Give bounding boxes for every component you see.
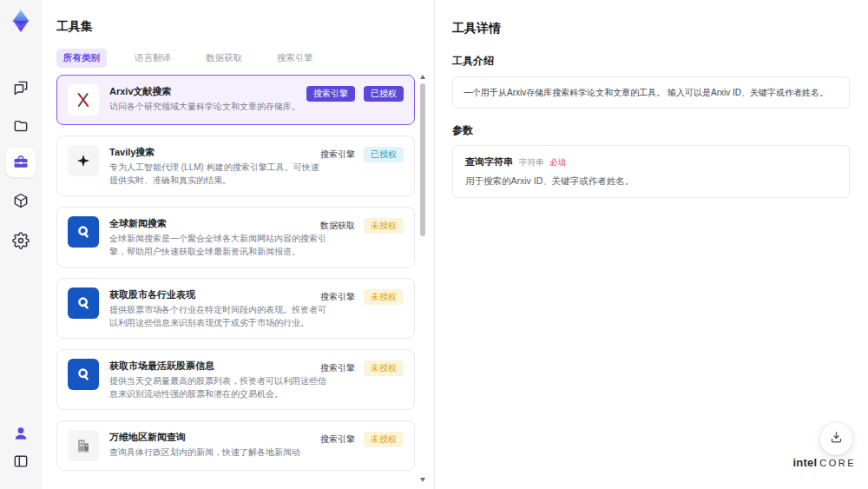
category-label: 搜索引擎: [320, 433, 355, 446]
arxiv-x-icon: [68, 84, 99, 116]
page-title: 工具集: [56, 19, 93, 35]
folder-icon: [12, 117, 30, 135]
tool-name: 获取股市各行业表现: [109, 287, 326, 301]
auth-status-badge: 已授权: [364, 147, 404, 162]
tool-card-sector-performance[interactable]: 获取股市各行业表现 提供股票市场各个行业在特定时间段内的表现。投资者可以利用这些…: [56, 278, 415, 339]
tool-description: 访问各个研究领域大量科学论文和文章的存储库。: [109, 100, 326, 113]
blue-q-icon: [68, 287, 99, 319]
parameter-type: 字符串: [519, 157, 544, 169]
auth-status-badge: 未授权: [364, 360, 404, 376]
category-badge: 搜索引擎: [306, 86, 355, 102]
nav-tools-button[interactable]: [6, 148, 36, 177]
left-nav-rail: [0, 0, 42, 489]
intel-logo-text: intel: [792, 456, 817, 469]
auth-status-badge: 已授权: [364, 86, 404, 102]
tool-badges: 搜索引擎 未授权: [320, 360, 404, 376]
tools-panel: 工具集 所有类别 语言翻译 数据获取 搜索引擎 Arxiv文献搜索 访问各个研究…: [42, 0, 434, 489]
scrollbar-thumb[interactable]: [420, 83, 425, 236]
tool-name: 获取市场最活跃股票信息: [109, 359, 326, 373]
tool-card-list: Arxiv文献搜索 访问各个研究领域大量科学论文和文章的存储库。 搜索引擎 已授…: [56, 75, 415, 489]
tool-card-arxiv[interactable]: Arxiv文献搜索 访问各个研究领域大量科学论文和文章的存储库。 搜索引擎 已授…: [56, 75, 415, 125]
tool-description: 全球新闻搜索是一个聚合全球各大新闻网站内容的搜索引擎，帮助用户快速获取全球最新资…: [109, 232, 326, 258]
tool-card-active-stocks[interactable]: 获取市场最活跃股票信息 提供当天交易量最高的股票列表，投资者可以利用这些信息来识…: [56, 349, 415, 410]
tool-description: 提供当天交易量最高的股票列表，投资者可以利用这些信息来识别流动性强的股票和潜在的…: [109, 374, 326, 400]
download-icon: [829, 430, 844, 448]
tool-description: 专为人工智能代理 (LLM) 构建的搜索引擎工具。可快速提供实时、准确和真实的结…: [109, 161, 326, 187]
blue-q-icon: [68, 359, 99, 390]
collapse-sidebar-button[interactable]: [6, 446, 36, 476]
tool-badges: 搜索引擎 已授权: [320, 147, 404, 162]
tavily-star-icon: [68, 145, 99, 176]
category-label: 搜索引擎: [320, 291, 355, 303]
building-icon: [68, 430, 99, 461]
collapse-panel-icon: [12, 453, 30, 470]
intel-core-logo: intel core: [792, 456, 856, 469]
tool-badges: 搜索引擎 未授权: [320, 289, 404, 305]
category-label: 数据获取: [320, 220, 355, 232]
list-scrollbar: [419, 75, 426, 484]
nav-chat-button[interactable]: [6, 73, 36, 102]
parameter-description: 用于搜索的Arxiv ID、关键字或作者姓名。: [465, 175, 837, 188]
auth-status-badge: 未授权: [364, 432, 404, 447]
parameter-required-flag: 必填: [550, 157, 567, 169]
tool-badges: 搜索引擎 已授权: [306, 86, 404, 102]
tool-intro-text: 一个用于从Arxiv存储库搜索科学论文和文章的工具。 输入可以是Arxiv ID…: [464, 88, 828, 97]
tool-name: 全球新闻搜索: [109, 216, 326, 230]
category-tabs: 所有类别 语言翻译 数据获取 搜索引擎: [56, 49, 320, 68]
user-account-button[interactable]: [6, 419, 36, 448]
tool-description: 查询具体行政区划内的新闻，快速了解各地新闻动: [109, 446, 326, 459]
nav-packages-button[interactable]: [6, 186, 36, 215]
tool-card-regional-news[interactable]: 万维地区新闻查询 查询具体行政区划内的新闻，快速了解各地新闻动 搜索引擎 未授权: [56, 420, 415, 471]
tool-name: 万维地区新闻查询: [109, 430, 326, 444]
tool-intro-box: 一个用于从Arxiv存储库搜索科学论文和文章的工具。 输入可以是Arxiv ID…: [452, 76, 850, 109]
scrollbar-down-arrow[interactable]: [420, 478, 425, 482]
intro-section-heading: 工具介绍: [452, 54, 494, 69]
blue-q-icon: [68, 216, 99, 248]
tool-badges: 搜索引擎 未授权: [320, 432, 404, 447]
tool-description: 提供股票市场各个行业在特定时间段内的表现。投资者可以利用这些信息来识别表现优于或…: [109, 303, 326, 329]
app-window: 工具集 所有类别 语言翻译 数据获取 搜索引擎 Arxiv文献搜索 访问各个研究…: [0, 0, 868, 489]
tab-search-engine[interactable]: 搜索引擎: [270, 49, 320, 68]
category-label: 搜索引擎: [320, 362, 355, 374]
user-icon: [12, 425, 30, 442]
gear-icon: [12, 232, 30, 249]
auth-status-badge: 未授权: [364, 289, 404, 305]
app-logo-diamond-icon: [7, 7, 35, 35]
detail-title: 工具详情: [452, 21, 501, 36]
tool-name: Arxiv文献搜索: [109, 84, 326, 98]
scrollbar-up-arrow[interactable]: [420, 75, 425, 79]
tool-card-global-news[interactable]: 全球新闻搜索 全球新闻搜索是一个聚合全球各大新闻网站内容的搜索引擎，帮助用户快速…: [56, 207, 415, 268]
tab-language-translation[interactable]: 语言翻译: [128, 49, 178, 68]
tab-all-categories[interactable]: 所有类别: [56, 49, 107, 68]
tool-name: Tavily搜索: [109, 145, 326, 159]
app-logo: [0, 7, 42, 35]
cube-icon: [12, 192, 30, 209]
core-logo-text: core: [819, 458, 856, 468]
tool-detail-panel: 工具详情 工具介绍 一个用于从Arxiv存储库搜索科学论文和文章的工具。 输入可…: [434, 0, 868, 489]
download-button[interactable]: [820, 423, 852, 455]
auth-status-badge: 未授权: [364, 218, 404, 234]
toolbox-icon: [12, 154, 30, 171]
tool-badges: 数据获取 未授权: [320, 218, 404, 234]
tool-card-tavily[interactable]: Tavily搜索 专为人工智能代理 (LLM) 构建的搜索引擎工具。可快速提供实…: [56, 135, 415, 196]
parameter-name: 查询字符串: [465, 155, 513, 169]
nav-settings-button[interactable]: [6, 226, 36, 255]
nav-files-button[interactable]: [6, 111, 36, 141]
parameter-box: 查询字符串 字符串 必填 用于搜索的Arxiv ID、关键字或作者姓名。: [452, 145, 850, 198]
chat-icon: [12, 79, 30, 96]
params-section-heading: 参数: [452, 123, 473, 138]
category-label: 搜索引擎: [320, 149, 355, 161]
tab-data-acquisition[interactable]: 数据获取: [199, 49, 249, 68]
